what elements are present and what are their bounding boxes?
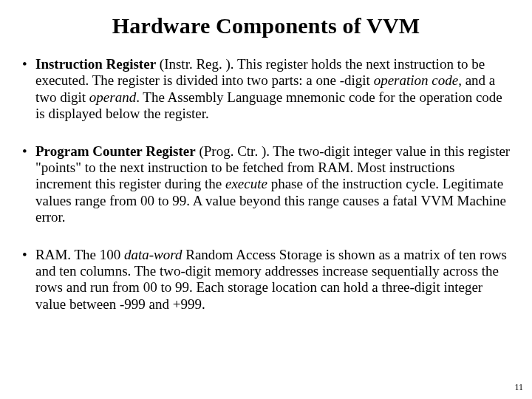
italic-term: execute (225, 176, 267, 191)
italic-term: data-word (124, 247, 182, 262)
italic-term: operand (89, 89, 136, 105)
bullet-item: RAM. The 100 data-word Random Access Sto… (21, 247, 511, 313)
bullet-list: Instruction Register (Instr. Reg. ). Thi… (21, 56, 511, 313)
text: RAM. The 100 (35, 247, 124, 262)
slide-title: Hardware Components of VVM (21, 13, 511, 38)
bullet-item: Instruction Register (Instr. Reg. ). Thi… (21, 56, 511, 123)
bullet-item: Program Counter Register (Prog. Ctr. ). … (21, 143, 511, 226)
page-number: 11 (514, 382, 523, 393)
italic-term: operation code (374, 72, 459, 88)
lead-term: Instruction Register (35, 56, 156, 72)
lead-term: Program Counter Register (35, 143, 196, 159)
